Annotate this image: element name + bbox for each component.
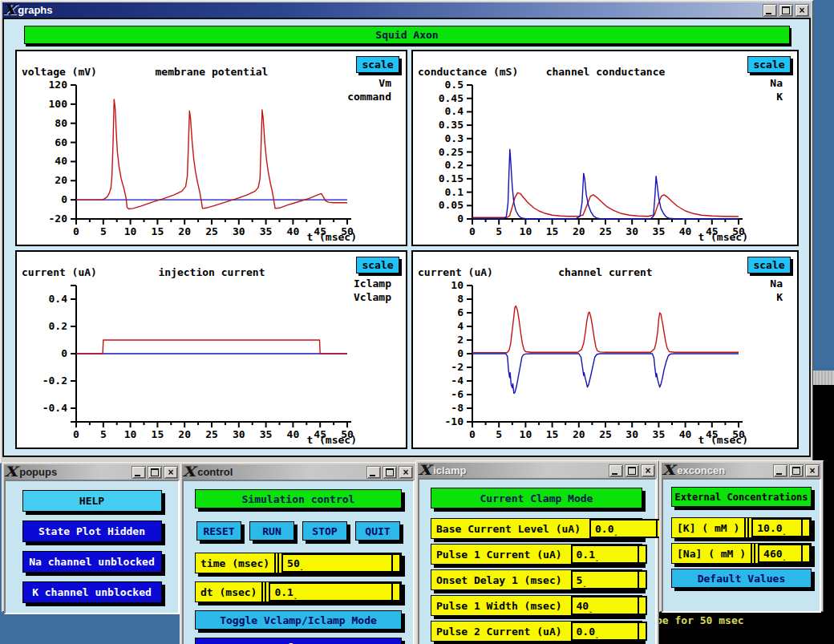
state-plot-button[interactable]: State Plot Hidden	[22, 520, 162, 542]
close-button[interactable]: ×	[795, 4, 809, 17]
scale-button[interactable]: scale	[747, 257, 791, 273]
pulse2-current-input[interactable]: 0.0ˬ	[571, 622, 647, 641]
svg-text:35: 35	[260, 428, 273, 440]
injection-current-plot: scale current (uA)injection currentIclam…	[15, 250, 407, 449]
svg-text:2: 2	[457, 334, 464, 346]
svg-text:10: 10	[520, 225, 532, 237]
svg-text:membrane potential: membrane potential	[156, 66, 269, 78]
svg-text:40: 40	[679, 428, 692, 440]
maximize-button[interactable]	[625, 464, 639, 477]
maximize-button[interactable]	[779, 4, 793, 17]
minimize-icon	[766, 13, 771, 14]
graphs-titlebar[interactable]: X graphs ×	[2, 2, 811, 18]
svg-text:25: 25	[205, 225, 218, 237]
close-icon: ×	[168, 468, 173, 477]
k-concentration-input[interactable]: 10.0ˬ	[751, 518, 811, 537]
x-logo-icon: X	[4, 465, 18, 479]
svg-text:current (uA): current (uA)	[22, 266, 97, 278]
svg-text:30: 30	[233, 428, 245, 440]
overlay-toggle-button[interactable]: Overlay OFF	[195, 638, 402, 644]
svg-text:0: 0	[469, 428, 476, 440]
pulse1-current-input[interactable]: 0.1ˬ	[571, 545, 647, 564]
svg-text:40: 40	[679, 225, 692, 237]
exconcen-titlebar[interactable]: X exconcen ×	[662, 463, 821, 478]
scale-button[interactable]: scale	[356, 257, 399, 273]
simulation-control-header: Simulation control	[195, 489, 402, 508]
svg-text:30: 30	[626, 225, 638, 237]
onset-delay1-field[interactable]: Onset Delay 1 (msec) 5ˬ	[431, 569, 642, 590]
na-channel-block-button[interactable]: Na channel unblocked	[22, 551, 162, 573]
minimize-button[interactable]	[763, 4, 777, 17]
maximize-button[interactable]	[148, 466, 162, 479]
na-concentration-input[interactable]: 460ˬ	[758, 544, 811, 563]
svg-text:voltage (mV): voltage (mV)	[22, 66, 97, 78]
minimize-button[interactable]	[132, 466, 146, 479]
dt-field-label: dt (msec)	[196, 582, 261, 601]
dt-field[interactable]: dt (msec) 0.1ˬ	[195, 581, 402, 602]
channel-conductance-plot: scale conductance (mS)channel conductanc…	[411, 50, 799, 246]
iclamp-titlebar[interactable]: X iclamp ×	[418, 463, 657, 478]
close-icon: ×	[809, 466, 815, 476]
svg-text:-4: -4	[451, 375, 464, 387]
quit-button[interactable]: QUIT	[355, 521, 400, 541]
svg-text:10: 10	[124, 428, 137, 440]
svg-text:25: 25	[599, 428, 612, 440]
svg-text:0: 0	[61, 347, 67, 359]
maximize-button[interactable]	[789, 464, 804, 477]
scale-button[interactable]: scale	[356, 56, 399, 73]
simulation-buttons-row: RESET RUN STOP QUIT	[196, 521, 400, 541]
svg-text:40: 40	[287, 225, 300, 237]
dt-field-input[interactable]: 0.1ˬ	[269, 582, 401, 601]
close-button[interactable]: ×	[399, 466, 413, 479]
minimize-icon	[776, 473, 782, 475]
scale-button[interactable]: scale	[747, 56, 791, 73]
simulation-banner: Squid Axon	[24, 26, 790, 44]
stop-button[interactable]: STOP	[302, 521, 347, 541]
default-values-button[interactable]: Default Values	[671, 569, 812, 588]
help-button[interactable]: HELP	[22, 490, 162, 512]
svg-text:0.5: 0.5	[445, 79, 464, 91]
iclamp-content: Current Clamp Mode Base Current Level (u…	[418, 478, 657, 644]
close-button[interactable]: ×	[805, 464, 820, 477]
svg-text:0.45: 0.45	[439, 92, 464, 104]
close-button[interactable]: ×	[164, 466, 178, 479]
svg-text:25: 25	[599, 225, 612, 237]
svg-text:20: 20	[573, 225, 585, 237]
minimize-button[interactable]	[366, 466, 381, 479]
time-field-input[interactable]: 50ˬ	[281, 553, 401, 573]
pulse1-width-field[interactable]: Pulse 1 Width (msec) 40ˬ	[431, 595, 642, 616]
base-current-input[interactable]: 0.0ˬ	[589, 519, 666, 538]
base-current-field[interactable]: Base Current Level (uA) 0.0ˬ	[431, 518, 642, 539]
svg-text:0.1: 0.1	[445, 186, 464, 198]
pulse2-current-field[interactable]: Pulse 2 Current (uA) 0.0ˬ	[431, 621, 642, 642]
pulse1-width-input[interactable]: 40ˬ	[571, 596, 647, 615]
reset-button[interactable]: RESET	[196, 521, 241, 541]
svg-text:120: 120	[49, 79, 68, 91]
close-icon: ×	[403, 468, 408, 477]
current-clamp-mode-header: Current Clamp Mode	[431, 488, 642, 508]
close-button[interactable]: ×	[641, 464, 655, 477]
time-field[interactable]: time (msec) 50ˬ	[195, 553, 402, 573]
svg-text:15: 15	[152, 225, 164, 237]
maximize-icon	[628, 467, 636, 475]
svg-text:injection current: injection current	[158, 266, 265, 278]
svg-text:K: K	[776, 291, 783, 303]
na-concentration-field[interactable]: [Na] ( mM ) 460ˬ	[671, 543, 812, 564]
control-titlebar[interactable]: X control ×	[182, 464, 415, 480]
pulse1-current-field[interactable]: Pulse 1 Current (uA) 0.1ˬ	[431, 544, 642, 565]
onset-delay1-input[interactable]: 5ˬ	[571, 570, 647, 589]
run-button[interactable]: RUN	[249, 521, 294, 541]
popups-titlebar[interactable]: X popups ×	[4, 464, 180, 480]
minimize-button[interactable]	[773, 464, 787, 477]
svg-text:0.4: 0.4	[445, 105, 464, 117]
svg-text:15: 15	[152, 428, 164, 440]
minimize-button[interactable]	[609, 464, 623, 477]
maximize-button[interactable]	[383, 466, 397, 479]
k-concentration-field[interactable]: [K] ( mM ) 10.0ˬ	[671, 517, 812, 538]
close-icon: ×	[799, 6, 804, 15]
x-logo-icon: X	[2, 3, 16, 17]
toggle-clamp-mode-button[interactable]: Toggle Vclamp/Iclamp Mode	[195, 610, 402, 630]
k-channel-block-button[interactable]: K channel unblocked	[22, 581, 162, 603]
window-title: exconcen	[677, 464, 725, 476]
svg-text:15: 15	[546, 225, 559, 237]
